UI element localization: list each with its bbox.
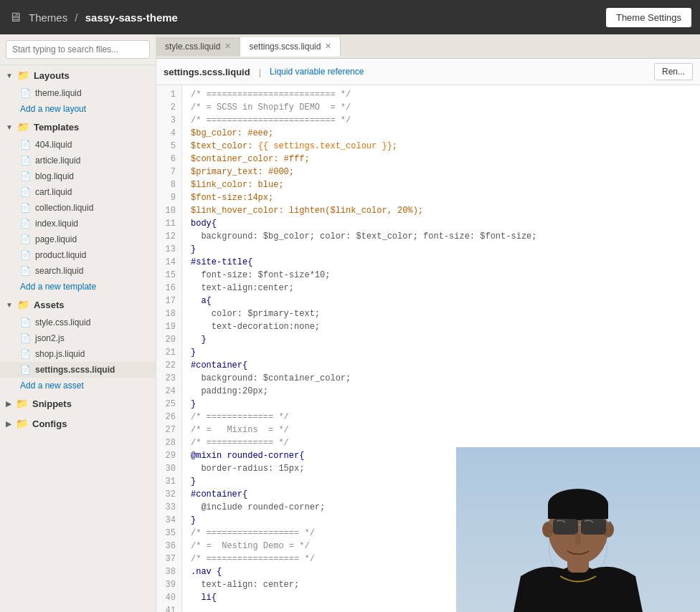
search-input[interactable] bbox=[6, 40, 150, 59]
sidebar-item-cart[interactable]: 📄 cart.liquid bbox=[0, 184, 156, 200]
sidebar-item-shop-js[interactable]: 📄 shop.js.liquid bbox=[0, 346, 156, 362]
label-404: 404.liquid bbox=[35, 140, 72, 150]
sidebar-item-search[interactable]: 📄 search.liquid bbox=[0, 263, 156, 279]
code-line: body{ bbox=[191, 217, 691, 230]
templates-label: Templates bbox=[34, 122, 79, 133]
sidebar-group-configs[interactable]: ▶ 📁 Configs bbox=[0, 413, 156, 434]
active-filename: settings.scss.liquid bbox=[164, 67, 250, 77]
line-number: 19 bbox=[162, 320, 176, 333]
line-number: 15 bbox=[162, 269, 176, 282]
add-new-asset-link[interactable]: Add a new asset bbox=[0, 378, 156, 393]
sidebar-section-snippets: ▶ 📁 Snippets bbox=[0, 393, 156, 413]
line-number: 32 bbox=[162, 488, 176, 501]
file-icon-blog: 📄 bbox=[20, 171, 31, 181]
sidebar-item-settings-scss[interactable]: 📄 settings.scss.liquid bbox=[0, 362, 156, 378]
themes-link[interactable]: Themes bbox=[29, 11, 67, 24]
label-page: page.liquid bbox=[35, 234, 77, 244]
templates-arrow-icon: ▼ bbox=[6, 123, 13, 131]
line-number: 10 bbox=[162, 204, 176, 217]
breadcrumb-separator: / bbox=[75, 11, 77, 24]
label-shop-js: shop.js.liquid bbox=[35, 349, 85, 359]
label-article: article.liquid bbox=[35, 156, 80, 166]
line-number: 9 bbox=[162, 191, 176, 204]
code-line: /* ============= */ bbox=[191, 411, 691, 424]
line-number: 11 bbox=[162, 217, 176, 230]
tab-bar: style.css.liquid ✕ settings.scss.liquid … bbox=[156, 34, 700, 59]
sidebar-item-style-css[interactable]: 📄 style.css.liquid bbox=[0, 315, 156, 330]
line-number: 20 bbox=[162, 333, 176, 346]
tab-label-style-css: style.css.liquid bbox=[165, 42, 220, 52]
sidebar-section-templates: ▼ 📁 Templates 📄 404.liquid 📄 article.liq… bbox=[0, 117, 156, 295]
assets-folder-icon: 📁 bbox=[17, 299, 29, 310]
rename-button[interactable]: Ren... bbox=[654, 63, 693, 80]
line-number: 6 bbox=[162, 153, 176, 166]
label-collection: collection.liquid bbox=[35, 203, 93, 213]
layouts-folder-icon: 📁 bbox=[17, 70, 29, 81]
label-settings-scss: settings.scss.liquid bbox=[35, 365, 115, 375]
sidebar-group-snippets[interactable]: ▶ 📁 Snippets bbox=[0, 393, 156, 413]
app-header: 🖥 Themes / sassy-sass-theme Theme Settin… bbox=[0, 0, 700, 34]
label-cart: cart.liquid bbox=[35, 187, 72, 197]
code-line: $primary_text: #000; bbox=[191, 166, 691, 178]
file-icon-collection: 📄 bbox=[20, 203, 31, 213]
sidebar-item-404[interactable]: 📄 404.liquid bbox=[0, 137, 156, 153]
configs-label: Configs bbox=[32, 419, 67, 429]
sidebar-group-templates[interactable]: ▼ 📁 Templates bbox=[0, 117, 156, 137]
code-line: $text_color: {{ settings.text_colour }}; bbox=[191, 140, 691, 153]
sidebar-item-collection[interactable]: 📄 collection.liquid bbox=[0, 200, 156, 216]
line-number: 34 bbox=[162, 514, 176, 527]
code-area[interactable]: 1234567891011121314151617181920212223242… bbox=[156, 85, 700, 612]
line-number: 29 bbox=[162, 449, 176, 462]
code-line: } bbox=[191, 333, 691, 346]
toolbar-pipe: | bbox=[259, 67, 261, 77]
code-line: #site-title{ bbox=[191, 256, 691, 269]
tab-settings-scss[interactable]: settings.scss.liquid ✕ bbox=[240, 37, 341, 57]
label-style-css: style.css.liquid bbox=[35, 317, 90, 327]
sidebar-item-blog[interactable]: 📄 blog.liquid bbox=[0, 168, 156, 184]
close-tab-style-css[interactable]: ✕ bbox=[224, 42, 231, 51]
sidebar-item-theme-liquid[interactable]: 📄 theme.liquid bbox=[0, 85, 156, 101]
theme-settings-button[interactable]: Theme Settings bbox=[606, 8, 691, 27]
add-new-template-link[interactable]: Add a new template bbox=[0, 279, 156, 295]
line-number: 12 bbox=[162, 230, 176, 243]
code-line: } bbox=[191, 398, 691, 411]
breadcrumb-current: sassy-sass-theme bbox=[85, 11, 178, 24]
sidebar-item-index[interactable]: 📄 index.liquid bbox=[0, 216, 156, 231]
line-number: 41 bbox=[162, 604, 176, 612]
sidebar-item-article[interactable]: 📄 article.liquid bbox=[0, 153, 156, 168]
sidebar-group-layouts[interactable]: ▼ 📁 Layouts bbox=[0, 65, 156, 85]
code-line: /* ========================= */ bbox=[191, 88, 691, 101]
line-number: 8 bbox=[162, 178, 176, 191]
sidebar-item-page[interactable]: 📄 page.liquid bbox=[0, 231, 156, 247]
line-number: 27 bbox=[162, 424, 176, 436]
sidebar-group-assets[interactable]: ▼ 📁 Assets bbox=[0, 295, 156, 315]
file-icon-index: 📄 bbox=[20, 219, 31, 229]
label-index: index.liquid bbox=[35, 219, 78, 229]
main-layout: ▼ 📁 Layouts 📄 theme.liquid Add a new lay… bbox=[0, 34, 700, 612]
file-icon-shop-js: 📄 bbox=[20, 349, 31, 359]
sidebar-item-product[interactable]: 📄 product.liquid bbox=[0, 247, 156, 263]
configs-arrow-icon: ▶ bbox=[6, 420, 11, 428]
line-number: 38 bbox=[162, 565, 176, 578]
add-new-layout-link[interactable]: Add a new layout bbox=[0, 101, 156, 117]
sidebar: ▼ 📁 Layouts 📄 theme.liquid Add a new lay… bbox=[0, 34, 156, 612]
line-number: 30 bbox=[162, 462, 176, 475]
close-tab-settings-scss[interactable]: ✕ bbox=[325, 42, 331, 51]
sidebar-item-json2[interactable]: 📄 json2.js bbox=[0, 330, 156, 346]
templates-folder-icon: 📁 bbox=[17, 121, 29, 133]
tab-style-css[interactable]: style.css.liquid ✕ bbox=[156, 37, 240, 56]
breadcrumb: Themes / sassy-sass-theme bbox=[29, 11, 178, 24]
svg-rect-6 bbox=[548, 505, 608, 519]
code-line: /* = Mixins = */ bbox=[191, 424, 691, 436]
line-number: 16 bbox=[162, 282, 176, 295]
file-icon-settings-scss: 📄 bbox=[20, 365, 31, 375]
code-line: background: $bg_color; color: $text_colo… bbox=[191, 230, 691, 243]
sidebar-section-assets: ▼ 📁 Assets 📄 style.css.liquid 📄 json2.js… bbox=[0, 295, 156, 393]
file-icon-cart: 📄 bbox=[20, 187, 31, 197]
main-editor: style.css.liquid ✕ settings.scss.liquid … bbox=[156, 34, 700, 612]
liquid-variable-reference-link[interactable]: Liquid variable reference bbox=[270, 67, 364, 77]
line-number: 40 bbox=[162, 591, 176, 604]
code-line: $bg_color: #eee; bbox=[191, 127, 691, 140]
code-line: text-decoration:none; bbox=[191, 320, 691, 333]
sidebar-item-label-theme-liquid: theme.liquid bbox=[35, 88, 82, 98]
